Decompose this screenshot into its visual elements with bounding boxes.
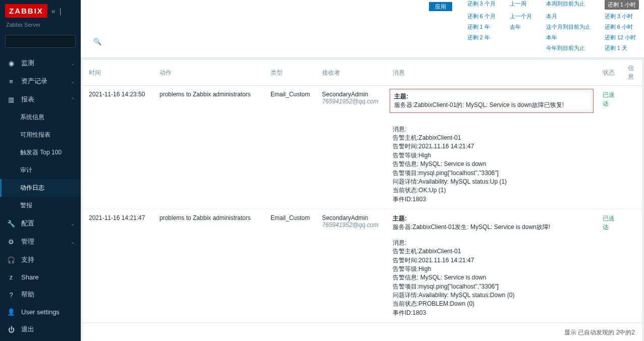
nav-icon: 👤 xyxy=(6,308,16,316)
nav-label: 监测 xyxy=(21,59,71,68)
time-range-link[interactable]: 还剩 6 小时 xyxy=(605,23,639,31)
cell-info xyxy=(622,86,642,209)
actionlog-table-wrap: 时间 动作 类型 接收者 消息 状态 信息 2021-11-16 14:23:5… xyxy=(83,60,642,341)
cell-time: 2021-11-16 14:21:47 xyxy=(83,209,153,323)
cell-message: 主题:服务器:ZabbixClient-01的: MySQL: Service … xyxy=(387,86,597,209)
nav-item[interactable]: ⚙管理⌄ xyxy=(0,233,81,251)
nav-icon: ⚙ xyxy=(6,238,16,246)
nav-icon: ? xyxy=(6,291,16,299)
time-range-link[interactable]: 还剩 12 小时 xyxy=(605,34,639,41)
subnav: 系统信息可用性报表触发器 Top 100审计动作日志警报 xyxy=(0,108,81,214)
time-range-link[interactable]: 这个月到目前为止 xyxy=(546,23,591,31)
recipient-email: 765941952@qq.com xyxy=(322,221,379,229)
cell-time: 2021-11-16 14:23:50 xyxy=(83,86,153,209)
th-time[interactable]: 时间 xyxy=(83,60,153,86)
subnav-item[interactable]: 触发器 Top 100 xyxy=(0,144,81,161)
bottom-nav-item[interactable]: 🎧支持 xyxy=(0,251,81,269)
nav-icon: ▥ xyxy=(6,96,16,103)
msg-subject-label: 主题: xyxy=(394,93,408,100)
time-range-link[interactable]: 本年 xyxy=(546,34,591,41)
time-range-grid: 还剩 3 个月上一周本周到目前为止还剩 1 小时还剩 6 个月上一个月本月还剩 … xyxy=(467,0,639,52)
msg-body: 告警主机:ZabbixClient-01 告警时间:2021.11.16 14:… xyxy=(393,134,507,203)
cell-action: problems to Zabbix administrators xyxy=(153,209,264,323)
msg-body-label: 消息: xyxy=(393,126,406,133)
search-icon[interactable]: 🔍 xyxy=(89,35,105,47)
th-recipient[interactable]: 接收者 xyxy=(316,60,387,86)
bottom-nav-item[interactable]: ⏻退出 xyxy=(0,320,81,338)
nav-label: 支持 xyxy=(21,255,75,264)
sidebar: ZABBIX « | Zabbix Server 🔍 ◉监测⌄≡资产记录⌄▥报表… xyxy=(0,0,81,341)
apply-button[interactable]: 应用 xyxy=(429,2,452,11)
server-name: Zabbix Server xyxy=(0,22,81,32)
actionlog-table: 时间 动作 类型 接收者 消息 状态 信息 2021-11-16 14:23:5… xyxy=(83,60,642,323)
time-range-link[interactable]: 还剩 1 天 xyxy=(605,44,639,52)
search-input[interactable] xyxy=(6,35,89,47)
logo[interactable]: ZABBIX xyxy=(5,4,47,18)
th-status[interactable]: 状态 xyxy=(597,60,622,86)
bottom-nav-item[interactable]: 👤User settings xyxy=(0,304,81,320)
cell-type: Email_Custom xyxy=(264,86,316,209)
time-range-empty xyxy=(467,44,496,52)
collapse-icon[interactable]: « xyxy=(51,7,56,15)
time-range-link[interactable]: 今年到目前为止 xyxy=(546,44,591,52)
subnav-item[interactable]: 可用性报表 xyxy=(0,126,81,144)
nav-label: 退出 xyxy=(21,325,75,334)
nav-label: 配置 xyxy=(21,219,71,228)
status-delivered: 已送达 xyxy=(603,215,615,231)
cell-message: 主题:服务器:ZabbixClient-01发生: MySQL: Service… xyxy=(387,209,597,323)
table-row: 2021-11-16 14:21:47 problems to Zabbix a… xyxy=(83,209,642,323)
cell-action: problems to Zabbix administrators xyxy=(153,86,264,209)
chevron-icon: ⌃ xyxy=(71,97,75,102)
nav-item[interactable]: ◉监测⌄ xyxy=(0,54,81,72)
time-range-link[interactable]: 还剩 3 个月 xyxy=(467,0,496,10)
chevron-icon: ⌄ xyxy=(71,61,75,66)
bottom-nav-item[interactable]: ?帮助 xyxy=(0,286,81,304)
msg-subject: 服务器:ZabbixClient-01发生: MySQL: Service is… xyxy=(393,223,550,231)
th-type[interactable]: 类型 xyxy=(264,60,316,86)
subnav-item[interactable]: 系统信息 xyxy=(0,108,81,126)
nav-icon: z xyxy=(6,273,16,281)
msg-subject: 服务器:ZabbixClient-01的: MySQL: Service is … xyxy=(394,101,564,108)
nav-label: Share xyxy=(21,273,75,281)
cell-recipient: SecondaryAdmin765941952@qq.com xyxy=(316,86,387,209)
chevron-icon: ⌄ xyxy=(71,79,75,84)
status-delivered: 已送达 xyxy=(603,91,615,107)
subnav-item[interactable]: 警报 xyxy=(0,197,81,214)
cell-info xyxy=(622,209,642,323)
bottom-nav-item[interactable]: zShare xyxy=(0,269,81,286)
nav-item[interactable]: 🔧配置⌄ xyxy=(0,214,81,233)
th-message[interactable]: 消息 xyxy=(387,60,597,86)
time-range-link[interactable]: 本周到目前为止 xyxy=(546,0,591,10)
time-range-link[interactable]: 去年 xyxy=(510,23,532,31)
time-range-empty xyxy=(510,34,532,41)
cell-recipient: SecondaryAdmin765941952@qq.com xyxy=(316,209,387,323)
th-action[interactable]: 动作 xyxy=(153,60,264,86)
table-footer: 显示 已自动发现的 2中的2 xyxy=(83,323,642,341)
main-content: 应用 还剩 3 个月上一周本周到目前为止还剩 1 小时还剩 6 个月上一个月本月… xyxy=(81,0,644,341)
nav-label: 帮助 xyxy=(21,290,75,299)
nav-item[interactable]: ≡资产记录⌄ xyxy=(0,72,81,90)
cell-status: 已送达 xyxy=(597,209,622,323)
table-header-row: 时间 动作 类型 接收者 消息 状态 信息 xyxy=(83,60,642,86)
time-range-link[interactable]: 本月 xyxy=(546,13,591,20)
search-box: 🔍 xyxy=(5,35,76,48)
bottom-nav: 🎧支持zShare?帮助👤User settings⏻退出 xyxy=(0,251,81,341)
msg-body-label: 消息: xyxy=(393,239,406,246)
subnav-item[interactable]: 动作日志 xyxy=(0,179,81,197)
subnav-item[interactable]: 审计 xyxy=(0,161,81,179)
time-range-link[interactable]: 还剩 2 年 xyxy=(467,34,496,41)
nav-icon: ≡ xyxy=(6,78,16,85)
time-range-link[interactable]: 还剩 3 小时 xyxy=(605,13,639,20)
time-range-link[interactable]: 还剩 1 小时 xyxy=(605,0,639,10)
time-range-link[interactable]: 上一个月 xyxy=(510,13,532,20)
collapse-line-icon[interactable]: | xyxy=(60,7,62,15)
nav-icon: 🎧 xyxy=(6,256,16,264)
time-range-link[interactable]: 还剩 1 年 xyxy=(467,23,496,31)
nav-label: 管理 xyxy=(21,237,71,246)
cell-status: 已送达 xyxy=(597,86,622,209)
table-body: 2021-11-16 14:23:50 problems to Zabbix a… xyxy=(83,86,642,323)
nav-item[interactable]: ▥报表⌃ xyxy=(0,90,81,108)
th-info[interactable]: 信息 xyxy=(622,60,642,86)
time-range-link[interactable]: 上一周 xyxy=(510,0,532,10)
time-range-link[interactable]: 还剩 6 个月 xyxy=(467,13,496,20)
